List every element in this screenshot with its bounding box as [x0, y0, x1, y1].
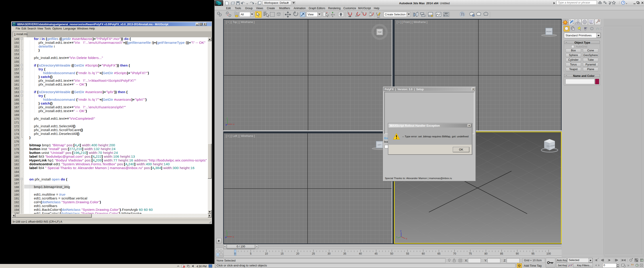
- svg-text:z: z: [226, 124, 226, 126]
- svg-text:3: 3: [347, 11, 348, 14]
- svg-text:Create Selection Se: Create Selection Se: [385, 13, 410, 16]
- svg-text:LEFT: LEFT: [378, 144, 382, 146]
- svg-text:TOP: TOP: [378, 31, 382, 33]
- svg-text:?: ?: [622, 1, 624, 4]
- svg-text:z: z: [400, 230, 401, 232]
- svg-text:FRONT: FRONT: [546, 31, 552, 32]
- svg-text:View: View: [308, 13, 314, 16]
- svg-text:x: x: [233, 123, 234, 126]
- svg-text:ABC: ABC: [377, 16, 380, 18]
- svg-text:All: All: [241, 13, 244, 16]
- svg-text:N: N: [379, 24, 380, 27]
- svg-text:y: y: [396, 236, 397, 238]
- svg-text:y: y: [226, 229, 227, 232]
- svg-text:z: z: [225, 236, 226, 239]
- svg-text:x: x: [233, 236, 234, 238]
- svg-text:S: S: [379, 38, 380, 40]
- svg-text:y: y: [226, 117, 228, 119]
- svg-text:E: E: [386, 31, 388, 33]
- svg-text:x: x: [406, 237, 407, 240]
- svg-text:W: W: [372, 31, 374, 33]
- svg-text:%: %: [361, 11, 363, 14]
